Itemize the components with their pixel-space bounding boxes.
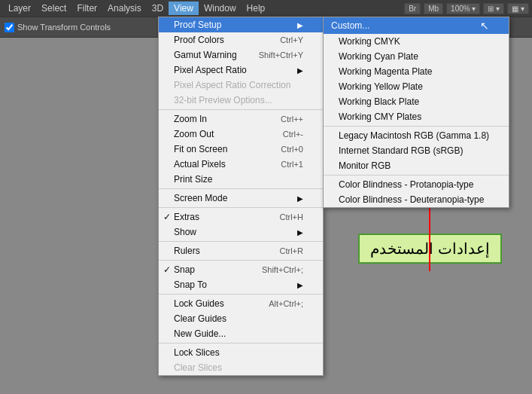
rulers-label: Rulers [174, 246, 200, 256]
rulers-shortcut: Ctrl+R [280, 246, 303, 255]
screen-mode-label: Screen Mode [174, 193, 227, 203]
menu-item-screen-mode[interactable]: Screen Mode ▶ [159, 191, 323, 206]
view-mode-icon[interactable]: ⊞ ▾ [483, 3, 504, 14]
submenu-item-monitor-rgb[interactable]: Monitor RGB [324, 158, 509, 173]
menu-item-print-size[interactable]: Print Size [159, 172, 323, 187]
menu-item-rulers[interactable]: Rulers Ctrl+R [159, 243, 323, 258]
separator-2 [159, 188, 323, 189]
menu-item-zoom-out[interactable]: Zoom Out Ctrl+- [159, 127, 323, 142]
clear-slices-label: Clear Slices [174, 362, 222, 373]
menu-item-proof-colors[interactable]: Proof Colors Ctrl+Y [159, 32, 323, 47]
menu-item-3d[interactable]: 3D [147, 2, 169, 15]
submenu-item-working-cmyk[interactable]: Working CMYK [324, 34, 509, 49]
bridge-icon[interactable]: Br [404, 3, 421, 14]
gamut-warning-label: Gamut Warning [174, 50, 237, 60]
menu-item-filter[interactable]: Filter [71, 2, 102, 15]
menu-item-new-guide[interactable]: New Guide... [159, 326, 323, 341]
proof-colors-shortcut: Ctrl+Y [280, 35, 303, 44]
menu-item-lock-guides[interactable]: Lock Guides Alt+Ctrl+; [159, 296, 323, 311]
menu-bar: Layer Select Filter Analysis 3D View Win… [0, 0, 532, 17]
internet-std-label: Internet Standard RGB (sRGB) [339, 145, 463, 156]
zoom-level[interactable]: 100% ▾ [446, 3, 480, 14]
proof-setup-label: Proof Setup [174, 20, 221, 30]
snap-shortcut: Shift+Ctrl+; [262, 265, 303, 274]
menu-item-analysis[interactable]: Analysis [102, 2, 147, 15]
menu-item-gamut-warning[interactable]: Gamut Warning Shift+Ctrl+Y [159, 47, 323, 63]
proof-setup-arrow: ▶ [297, 21, 303, 29]
32bit-preview-label: 32-bit Preview Options... [174, 95, 272, 105]
submenu-item-working-yellow[interactable]: Working Yellow Plate [324, 79, 509, 94]
submenu-item-working-cyan[interactable]: Working Cyan Plate [324, 49, 509, 64]
menu-item-clear-guides[interactable]: Clear Guides [159, 311, 323, 326]
new-guide-label: New Guide... [174, 328, 226, 339]
submenu-item-working-black[interactable]: Working Black Plate [324, 94, 509, 109]
separator-5 [159, 260, 323, 261]
menu-item-zoom-in[interactable]: Zoom In Ctrl++ [159, 111, 323, 127]
menu-item-pixel-aspect-correction: Pixel Aspect Ratio Correction [159, 78, 323, 93]
custom-label: Custom... [331, 20, 369, 31]
menu-bar-icons: Br Mb 100% ▾ ⊞ ▾ ▦ ▾ [404, 3, 529, 14]
menu-item-layer[interactable]: Layer [3, 2, 36, 15]
submenu-item-working-cmy[interactable]: Working CMY Plates [324, 109, 509, 124]
proof-colors-label: Proof Colors [174, 35, 224, 45]
menu-item-help[interactable]: Help [242, 2, 271, 15]
menu-item-view[interactable]: View [169, 2, 199, 15]
menu-item-pixel-aspect-ratio[interactable]: Pixel Aspect Ratio ▶ [159, 63, 323, 78]
separator-7 [159, 343, 323, 344]
snap-label: Snap [174, 264, 195, 275]
submenu-item-custom[interactable]: Custom... ↖ [324, 17, 509, 34]
working-cmyk-label: Working CMYK [339, 36, 400, 47]
separator-4 [159, 241, 323, 242]
proof-setup-submenu: Custom... ↖ Working CMYK Working Cyan Pl… [323, 17, 509, 208]
submenu-item-color-blind-deut[interactable]: Color Blindness - Deuteranopia-type [324, 192, 509, 207]
menu-item-proof-setup[interactable]: Proof Setup ▶ [159, 17, 323, 32]
submenu-item-legacy-mac[interactable]: Legacy Macintosh RGB (Gamma 1.8) [324, 128, 509, 143]
menu-item-snap-to[interactable]: Snap To ▶ [159, 277, 323, 292]
separator-3 [159, 207, 323, 208]
screen-mode-arrow: ▶ [297, 194, 303, 203]
gamut-warning-shortcut: Shift+Ctrl+Y [259, 50, 303, 60]
menu-item-actual-pixels[interactable]: Actual Pixels Ctrl+1 [159, 157, 323, 172]
fit-on-screen-shortcut: Ctrl+0 [281, 145, 303, 154]
proof-separator-2 [324, 175, 509, 176]
transform-checkbox[interactable] [5, 23, 14, 32]
snap-to-arrow: ▶ [297, 281, 303, 289]
menu-item-32bit-preview: 32-bit Preview Options... [159, 93, 323, 108]
working-yellow-label: Working Yellow Plate [339, 81, 423, 92]
color-blind-deut-label: Color Blindness - Deuteranopia-type [339, 194, 484, 205]
lock-guides-label: Lock Guides [174, 298, 224, 309]
menu-item-fit-on-screen[interactable]: Fit on Screen Ctrl+0 [159, 142, 323, 157]
print-size-label: Print Size [174, 174, 212, 185]
clear-guides-label: Clear Guides [174, 313, 226, 324]
minibr-icon[interactable]: Mb [424, 3, 443, 14]
zoom-out-shortcut: Ctrl+- [283, 130, 303, 139]
show-transform-controls[interactable]: Show Transform Controls [5, 23, 111, 32]
menu-item-extras[interactable]: ✓ Extras Ctrl+H [159, 209, 323, 224]
menu-item-show[interactable]: Show ▶ [159, 224, 323, 240]
extras-label: Extras [174, 212, 199, 222]
separator-6 [159, 294, 323, 295]
pixel-aspect-ratio-label: Pixel Aspect Ratio [174, 65, 247, 75]
snap-to-label: Snap To [174, 279, 207, 290]
fit-on-screen-label: Fit on Screen [174, 144, 227, 154]
zoom-out-label: Zoom Out [174, 129, 214, 139]
extras-check: ✓ [163, 212, 171, 222]
arrange-icon[interactable]: ▦ ▾ [507, 3, 529, 14]
cursor-icon: ↖ [480, 20, 489, 32]
transform-label: Show Transform Controls [17, 23, 111, 32]
dropdown-container: Proof Setup ▶ Proof Colors Ctrl+Y Gamut … [158, 17, 324, 376]
menu-item-lock-slices[interactable]: Lock Slices [159, 345, 323, 360]
menu-item-select[interactable]: Select [36, 2, 71, 15]
legacy-mac-label: Legacy Macintosh RGB (Gamma 1.8) [339, 130, 489, 141]
working-cyan-label: Working Cyan Plate [339, 51, 418, 62]
submenu-item-color-blind-pro[interactable]: Color Blindness - Protanopia-type [324, 177, 509, 192]
submenu-item-working-magenta[interactable]: Working Magenta Plate [324, 64, 509, 79]
actual-pixels-shortcut: Ctrl+1 [281, 160, 303, 169]
menu-item-snap[interactable]: ✓ Snap Shift+Ctrl+; [159, 262, 323, 277]
separator-1 [159, 109, 323, 110]
working-black-label: Working Black Plate [339, 96, 419, 107]
working-cmy-label: Working CMY Plates [339, 111, 421, 122]
submenu-item-internet-std[interactable]: Internet Standard RGB (sRGB) [324, 143, 509, 158]
working-magenta-label: Working Magenta Plate [339, 66, 433, 77]
menu-item-window[interactable]: Window [199, 2, 242, 15]
